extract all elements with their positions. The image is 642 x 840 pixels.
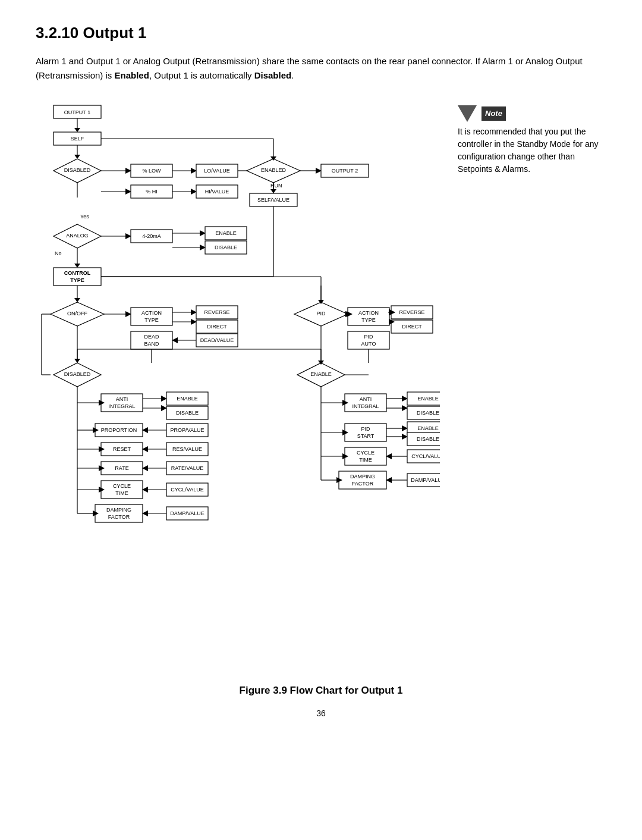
- svg-text:TYPE: TYPE: [144, 317, 159, 323]
- svg-text:4-20mA: 4-20mA: [142, 233, 161, 239]
- svg-text:CYCL/VALUE: CYCL/VALUE: [411, 453, 440, 459]
- svg-text:ACTION: ACTION: [358, 310, 379, 316]
- svg-marker-67: [74, 298, 80, 302]
- svg-marker-7: [74, 155, 80, 159]
- svg-text:REVERSE: REVERSE: [399, 309, 424, 315]
- svg-text:FACTOR: FACTOR: [108, 514, 130, 520]
- svg-text:DISABLE: DISABLE: [417, 436, 439, 442]
- svg-text:PROPORTION: PROPORTION: [101, 427, 137, 433]
- figure-caption: Figure 3.9 Flow Chart for Output 1: [36, 685, 606, 697]
- svg-text:HI/VALUE: HI/VALUE: [205, 189, 229, 195]
- svg-text:ENABLE: ENABLE: [417, 425, 439, 431]
- page-number: 36: [36, 709, 606, 718]
- svg-text:RUN: RUN: [270, 183, 282, 189]
- svg-text:LO/VALUE: LO/VALUE: [204, 168, 229, 174]
- svg-text:% HI: % HI: [146, 189, 158, 195]
- svg-text:DAMP/VALUE: DAMP/VALUE: [170, 510, 204, 516]
- svg-text:ENABLE: ENABLE: [417, 396, 439, 402]
- svg-text:DISABLED: DISABLED: [64, 167, 91, 173]
- svg-text:RATE/VALUE: RATE/VALUE: [171, 465, 204, 471]
- svg-text:PROP/VALUE: PROP/VALUE: [171, 427, 204, 433]
- note-icon: [458, 105, 477, 122]
- section-title: 3.2.10 Output 1: [36, 24, 606, 42]
- svg-text:RES/VALUE: RES/VALUE: [172, 446, 202, 452]
- svg-text:OUTPUT 1: OUTPUT 1: [64, 109, 90, 115]
- svg-text:No: No: [55, 250, 62, 256]
- svg-text:DISABLED: DISABLED: [64, 371, 91, 377]
- svg-text:REVERSE: REVERSE: [204, 309, 229, 315]
- svg-text:CYCL/VALUE: CYCL/VALUE: [171, 487, 203, 493]
- svg-text:ENABLE: ENABLE: [177, 396, 198, 402]
- svg-text:SELF: SELF: [71, 136, 84, 142]
- svg-text:TIME: TIME: [115, 490, 128, 496]
- svg-text:INTEGRAL: INTEGRAL: [108, 403, 135, 409]
- svg-text:TIME: TIME: [359, 457, 372, 463]
- svg-text:OUTPUT 2: OUTPUT 2: [332, 168, 358, 174]
- svg-text:DISABLE: DISABLE: [417, 410, 439, 416]
- svg-text:PID: PID: [361, 426, 370, 432]
- svg-text:SELF/VALUE: SELF/VALUE: [257, 197, 289, 203]
- svg-text:TYPE: TYPE: [361, 317, 376, 323]
- svg-text:ACTION: ACTION: [141, 310, 162, 316]
- svg-text:ON/OFF: ON/OFF: [67, 311, 87, 316]
- svg-text:FACTOR: FACTOR: [352, 481, 374, 487]
- svg-text:ENABLE: ENABLE: [310, 371, 332, 377]
- svg-text:ENABLE: ENABLE: [215, 230, 237, 236]
- note-text: It is recommended that you put the contr…: [458, 126, 606, 175]
- note-box: Note It is recommended that you put the …: [458, 99, 606, 667]
- svg-text:BAND: BAND: [144, 341, 159, 347]
- svg-text:CYCLE: CYCLE: [113, 483, 131, 489]
- svg-text:RESET: RESET: [113, 446, 131, 452]
- flowchart-svg: OUTPUT 1 SELF DISABLED: [36, 99, 440, 667]
- svg-marker-3: [74, 128, 80, 132]
- svg-marker-44: [74, 264, 80, 268]
- svg-line-121: [152, 363, 297, 375]
- svg-text:PID: PID: [364, 334, 373, 340]
- flowchart-area: OUTPUT 1 SELF DISABLED: [36, 99, 606, 667]
- svg-text:PID: PID: [316, 311, 326, 316]
- svg-text:ANTI: ANTI: [360, 396, 372, 402]
- intro-paragraph: Alarm 1 and Output 1 or Analog Output (R…: [36, 54, 606, 83]
- note-label: Note: [482, 106, 506, 121]
- svg-text:DAMP/VALUE: DAMP/VALUE: [411, 477, 440, 483]
- svg-text:ANALOG: ANALOG: [66, 233, 89, 239]
- svg-text:DISABLE: DISABLE: [176, 410, 199, 416]
- svg-text:DAMPING: DAMPING: [350, 474, 375, 479]
- svg-text:AUTO: AUTO: [361, 341, 376, 347]
- svg-text:% LOW: % LOW: [142, 168, 161, 174]
- svg-marker-58: [270, 189, 276, 193]
- svg-text:ANTI: ANTI: [116, 396, 128, 402]
- svg-text:RATE: RATE: [115, 465, 128, 471]
- svg-text:Yes: Yes: [80, 214, 89, 220]
- flowchart-diagram: OUTPUT 1 SELF DISABLED: [36, 99, 440, 665]
- svg-text:DISABLE: DISABLE: [215, 245, 237, 250]
- svg-text:DIRECT: DIRECT: [402, 324, 422, 330]
- svg-text:DEAD: DEAD: [144, 334, 159, 340]
- svg-text:INTEGRAL: INTEGRAL: [352, 403, 379, 409]
- svg-text:ENABLED: ENABLED: [261, 167, 287, 173]
- svg-text:START: START: [357, 433, 374, 439]
- svg-text:DEAD/VALUE: DEAD/VALUE: [200, 337, 234, 343]
- svg-text:CONTROL: CONTROL: [64, 270, 91, 276]
- svg-text:CYCLE: CYCLE: [357, 450, 374, 456]
- svg-text:DIRECT: DIRECT: [207, 324, 227, 330]
- svg-text:DAMPING: DAMPING: [106, 507, 131, 513]
- svg-text:TYPE: TYPE: [70, 277, 84, 283]
